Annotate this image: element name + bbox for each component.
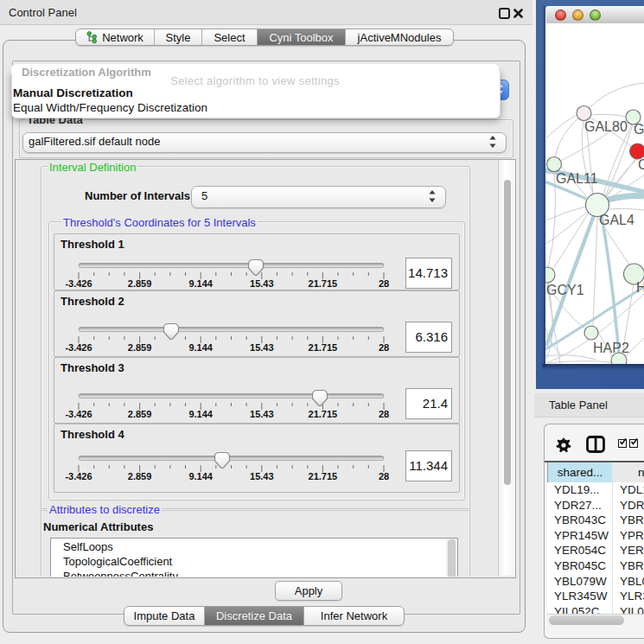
svg-text:2.859: 2.859 xyxy=(128,409,152,419)
svg-text:28: 28 xyxy=(379,471,389,481)
svg-text:GCY1: GCY1 xyxy=(546,283,584,297)
svg-text:GA: GA xyxy=(634,122,644,137)
svg-text:-3.426: -3.426 xyxy=(65,278,92,289)
svg-text:9.144: 9.144 xyxy=(188,471,213,481)
svg-text:15.43: 15.43 xyxy=(250,342,274,353)
svg-text:H: H xyxy=(636,280,644,295)
svg-text:28: 28 xyxy=(379,342,389,353)
svg-text:GAL4: GAL4 xyxy=(599,213,634,227)
svg-text:-3.426: -3.426 xyxy=(65,409,92,419)
svg-text:21.715: 21.715 xyxy=(309,409,338,419)
svg-text:15.43: 15.43 xyxy=(250,471,274,481)
svg-text:21.715: 21.715 xyxy=(309,471,338,481)
svg-text:2.859: 2.859 xyxy=(128,278,152,289)
svg-text:21.715: 21.715 xyxy=(309,342,338,353)
svg-text:9.144: 9.144 xyxy=(188,409,213,419)
svg-text:2.859: 2.859 xyxy=(128,342,152,353)
svg-text:15.43: 15.43 xyxy=(250,409,274,419)
svg-text:GAL11: GAL11 xyxy=(556,171,598,186)
svg-text:C: C xyxy=(638,157,644,172)
svg-text:GAL80: GAL80 xyxy=(584,119,628,134)
svg-text:9.144: 9.144 xyxy=(188,342,213,353)
svg-text:HAP2: HAP2 xyxy=(593,341,629,355)
svg-text:-3.426: -3.426 xyxy=(65,342,92,353)
svg-text:9.144: 9.144 xyxy=(188,278,213,289)
svg-text:28: 28 xyxy=(379,409,389,419)
svg-text:21.715: 21.715 xyxy=(309,278,338,289)
svg-text:15.43: 15.43 xyxy=(250,278,274,289)
svg-text:2.859: 2.859 xyxy=(128,471,152,481)
svg-text:-3.426: -3.426 xyxy=(65,471,92,481)
svg-text:28: 28 xyxy=(379,278,389,289)
